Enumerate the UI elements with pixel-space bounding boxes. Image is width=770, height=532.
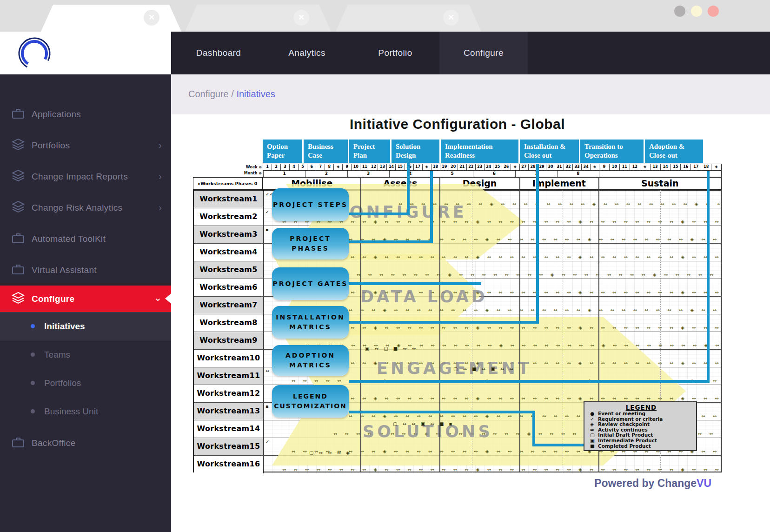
- month-cell: 1: [263, 171, 305, 177]
- week-cell: 24: [484, 164, 493, 170]
- powered-by: Powered by ChangeVU: [594, 477, 711, 490]
- sidebar-subitem-teams[interactable]: Teams: [0, 340, 171, 369]
- browser-tab-3[interactable]: [336, 5, 481, 32]
- week-cell: ◈: [511, 164, 519, 170]
- week-cell: 19: [440, 164, 449, 170]
- week-cell: 5: [298, 164, 307, 170]
- week-cell: 8: [325, 164, 333, 170]
- sidebar-subitem-business-unit[interactable]: Business Unit: [0, 397, 171, 426]
- stage-header-implementation-readiness: Implementation Readiness: [441, 140, 518, 163]
- sidebar-item-change-impact-reports[interactable]: Change Impact Reports›: [0, 161, 171, 192]
- sidebar-item-virtual-assistant[interactable]: Virtual Assistant: [0, 254, 171, 286]
- product-marker-cluster: ▢ ⇔ ⇔ ⇔ ◈: [309, 450, 350, 455]
- briefcase-icon: [11, 436, 25, 450]
- week-cell: ◈: [640, 164, 650, 170]
- activity-symbols: ⇔ ⇔ ⇔ ⇔ ⇔ ⇔ ⇔ ⇔ ◈ ⇔ ⇔ ⇔ ⇔ ⇔ ⇔ ⇔ ⇔ ◈ ⇔ ⇔ …: [282, 467, 720, 473]
- product-marker-cluster: ▣ ⇔ ▢ ■ ⇔ ⇔: [365, 346, 416, 351]
- week-axis-label: Week ⊕: [221, 165, 262, 169]
- callout-project-phases: PROJECT PHASES: [272, 228, 349, 259]
- week-cell: ◈: [333, 164, 342, 170]
- layers-icon: [11, 200, 25, 215]
- chevron-down-icon: ⌄: [154, 292, 162, 303]
- sidebar-item-change-risk-analytics[interactable]: Change Risk Analytics›: [0, 192, 171, 223]
- week-cell: 25: [493, 164, 502, 170]
- main-content: Initiative Configuration - Global Option…: [171, 114, 770, 532]
- callout-adoption-matrics: ADOPTION MATRICS: [272, 345, 349, 376]
- briefcase-icon: [11, 263, 25, 277]
- close-icon[interactable]: ✕: [443, 10, 459, 26]
- close-icon[interactable]: ✕: [144, 10, 159, 26]
- browser-tab-active[interactable]: [41, 5, 181, 32]
- workstream-label: Workstream14: [194, 420, 264, 438]
- weeks-sustain: 9101112◈131415161718◈: [599, 164, 721, 170]
- month-cell: 4: [389, 171, 431, 177]
- sidebar-item-portfolios[interactable]: Portfolios›: [0, 130, 171, 161]
- week-cell: 23: [475, 164, 484, 170]
- phase-implement: Implement: [519, 178, 598, 189]
- callout-project-gates: PROJECT GATES: [272, 267, 349, 300]
- week-cell: ◈: [422, 164, 431, 170]
- stage-header-project-plan: Project Plan: [349, 140, 390, 163]
- topnav-item-portfolio[interactable]: Portfolio: [351, 32, 439, 74]
- activity-symbols: ⇔ ⇔ ⇔ ⇔ ⇔ ⇔ ⇔ ⇔ ◈ ⇔ ⇔ ⇔ ⇔ ⇔ ⇔ ⇔ ⇔ ◈ ⇔ ⇔ …: [292, 307, 720, 314]
- week-cell: 2: [272, 164, 280, 170]
- top-navigation: DashboardAnalyticsPortfolioConfigure: [171, 32, 770, 74]
- sidebar-item-applications[interactable]: Applications: [0, 99, 171, 130]
- bullet-dot: [31, 352, 35, 357]
- topnav-item-dashboard[interactable]: Dashboard: [174, 32, 263, 74]
- app-window: ✕ ✕ ✕ La Montecito DashboardAnalyticsPor…: [0, 0, 770, 532]
- breadcrumb-parent[interactable]: Configure: [188, 89, 229, 99]
- product-marker-cluster: ▢ ⇔ ⇔ ▣ ⇔ ■ ▪: [393, 421, 452, 426]
- browser-chrome: ✕ ✕ ✕: [0, 0, 770, 32]
- month-cell: 5: [431, 171, 473, 177]
- sidebar-item-automated-toolkit[interactable]: Automated ToolKit: [0, 223, 171, 254]
- sidebar-item-label: Virtual Assistant: [32, 265, 97, 275]
- legend-item-label: Initial Draft Product: [598, 432, 653, 438]
- week-cell: 1: [263, 164, 272, 170]
- sidebar-item-configure[interactable]: Configure⌄: [0, 286, 171, 312]
- topnav-item-analytics[interactable]: Analytics: [263, 32, 351, 74]
- phase-divider: [439, 177, 440, 472]
- week-cell: ◈: [711, 164, 721, 170]
- bullet-dot: [31, 324, 35, 328]
- workstreams-phases-corner-cell: ▸Workstreams Phases 0: [193, 177, 263, 190]
- brand-logo-icon: [17, 34, 52, 73]
- week-cell: ◈: [590, 164, 599, 170]
- logo-panel: La Montecito: [0, 32, 171, 74]
- topnav-item-configure[interactable]: Configure: [439, 32, 528, 74]
- chevron-right-icon: ›: [159, 140, 162, 151]
- legend-item-label: Activity continues: [598, 427, 648, 432]
- sidebar-subitem-initiatives[interactable]: Initiatives: [0, 312, 171, 340]
- workstream-label: Workstream4: [194, 244, 264, 261]
- month-cell: 8: [557, 171, 599, 177]
- week-cell: 21: [458, 164, 466, 170]
- stage-header-transition-to-operations: Transition to Operations: [580, 140, 644, 163]
- week-cell: 17: [413, 164, 422, 170]
- close-icon[interactable]: ✕: [293, 10, 309, 26]
- row-lead-marks: ✓: [266, 209, 269, 214]
- sidebar-item-label: Applications: [32, 109, 81, 120]
- legend-title: LEGEND: [590, 404, 692, 411]
- week-cell: 10: [609, 164, 619, 170]
- month-cell: 6: [473, 171, 515, 177]
- window-maximize-dot[interactable]: [691, 6, 702, 17]
- sidebar-item-backoffice[interactable]: BackOffice: [0, 427, 171, 459]
- sidebar-item-label: Change Risk Analytics: [32, 203, 122, 213]
- breadcrumb-current[interactable]: Initiatives: [236, 89, 275, 99]
- stage-header-adoption-close-out: Adoption & Close-out: [645, 140, 703, 163]
- week-cell: 26: [502, 164, 511, 170]
- active-pointer: [165, 293, 171, 304]
- connector-line: [407, 163, 410, 215]
- week-cell: 12: [630, 164, 640, 170]
- sidebar-subitem-portfolios[interactable]: Portfolios: [0, 369, 171, 397]
- stage-header-option-paper: Option Paper: [263, 140, 302, 163]
- stage-header-business-case: Business Case: [304, 140, 348, 163]
- sidebar: ApplicationsPortfolios›Change Impact Rep…: [0, 74, 171, 532]
- week-cell: 32: [564, 164, 572, 170]
- window-close-dot[interactable]: [708, 6, 719, 17]
- workstream-label: Workstream9: [194, 332, 264, 349]
- watermark-data-load: DATA LOAD: [360, 287, 488, 306]
- window-minimize-dot[interactable]: [674, 6, 685, 17]
- week-cell: 13: [378, 164, 386, 170]
- initiative-gantt-diagram: Option PaperBusiness CaseProject PlanSol…: [193, 138, 723, 475]
